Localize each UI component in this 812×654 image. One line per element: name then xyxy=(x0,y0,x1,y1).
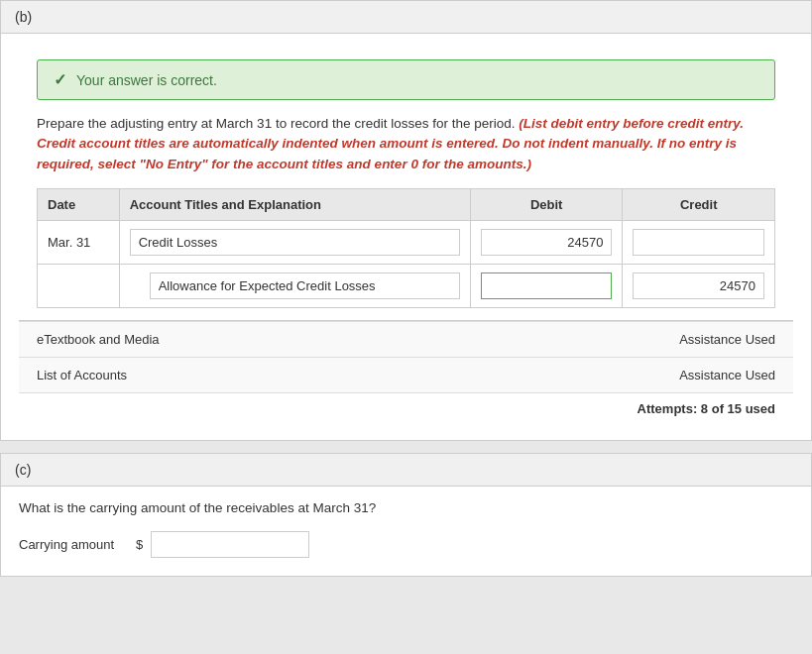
checkmark-icon: ✓ xyxy=(54,70,66,89)
row1-account-input[interactable] xyxy=(130,229,460,256)
etextbook-action[interactable]: Assistance Used xyxy=(679,332,775,347)
list-accounts-action[interactable]: Assistance Used xyxy=(679,368,775,382)
section-c-question: What is the carrying amount of the recei… xyxy=(19,500,793,515)
section-c-label: (c) xyxy=(15,462,31,478)
row1-debit-cell xyxy=(470,220,623,264)
etextbook-label: eTextbook and Media xyxy=(37,332,160,347)
success-message-text: Your answer is correct. xyxy=(76,72,217,88)
etextbook-row: eTextbook and Media Assistance Used xyxy=(19,321,793,357)
list-accounts-label: List of Accounts xyxy=(37,368,127,382)
row2-credit-cell xyxy=(623,264,775,307)
dollar-sign: $ xyxy=(136,537,143,552)
row1-debit-input[interactable] xyxy=(481,229,613,256)
row2-credit-input[interactable] xyxy=(633,272,764,299)
row1-date: Mar. 31 xyxy=(38,220,120,264)
instruction-text: Prepare the adjusting entry at March 31 … xyxy=(37,114,775,174)
row2-date xyxy=(38,264,120,307)
section-c-header: (c) xyxy=(1,454,811,487)
row1-account-cell xyxy=(119,220,470,264)
row1-credit-cell xyxy=(623,220,775,264)
row2-debit-input[interactable] xyxy=(481,272,613,299)
table-row xyxy=(38,264,775,307)
carrying-amount-input[interactable] xyxy=(151,531,309,558)
list-accounts-row: List of Accounts Assistance Used xyxy=(19,357,793,392)
carrying-amount-row: Carrying amount $ xyxy=(19,531,793,558)
table-row: Mar. 31 xyxy=(38,220,775,264)
row2-account-input[interactable] xyxy=(150,272,460,299)
journal-table: Date Account Titles and Explanation Debi… xyxy=(37,188,775,308)
col-header-account: Account Titles and Explanation xyxy=(119,188,470,220)
carrying-amount-label: Carrying amount xyxy=(19,537,128,552)
row2-debit-cell xyxy=(470,264,623,307)
col-header-credit: Credit xyxy=(623,188,775,220)
attempts-row: Attempts: 8 of 15 used xyxy=(19,392,793,424)
col-header-debit: Debit xyxy=(470,188,623,220)
instruction-static: Prepare the adjusting entry at March 31 … xyxy=(37,116,516,131)
row1-credit-input[interactable] xyxy=(633,229,764,256)
section-b-label: (b) xyxy=(15,9,32,25)
success-banner: ✓ Your answer is correct. xyxy=(37,59,775,100)
attempts-text: Attempts: 8 of 15 used xyxy=(638,401,775,416)
section-b-header: (b) xyxy=(1,1,811,34)
row2-account-cell xyxy=(119,264,470,307)
col-header-date: Date xyxy=(38,188,120,220)
